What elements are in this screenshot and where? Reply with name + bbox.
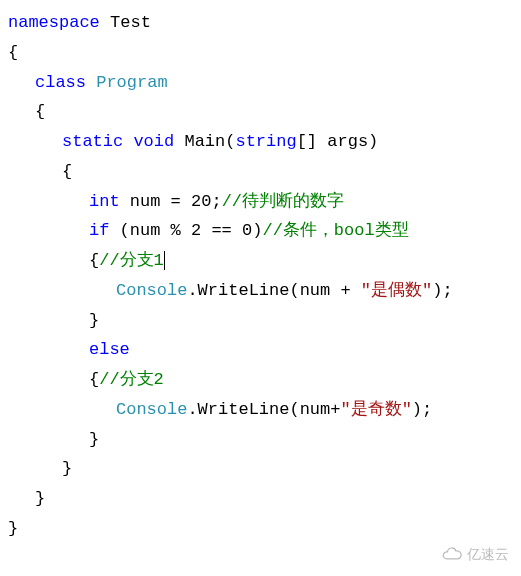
identifier: Test	[100, 13, 151, 32]
type-name: Program	[86, 73, 168, 92]
code-line: {	[8, 38, 513, 68]
text-cursor	[164, 251, 165, 270]
code-text: .WriteLine(num+	[187, 400, 340, 419]
watermark: 亿速云	[441, 542, 509, 567]
code-line: namespace Test	[8, 8, 513, 38]
cloud-icon	[441, 547, 463, 561]
comment: //待判断的数字	[222, 192, 344, 211]
code-line: }	[8, 484, 513, 514]
code-text: (num % 2 == 0)	[109, 221, 262, 240]
code-line: Console.WriteLine(num+"是奇数");	[8, 395, 513, 425]
keyword: int	[89, 192, 120, 211]
code-block: namespace Test { class Program { static …	[8, 8, 513, 544]
brace: {	[89, 370, 99, 389]
code-line: {//分支2	[8, 365, 513, 395]
type-name: Console	[116, 400, 187, 419]
string-literal: "是奇数"	[340, 400, 411, 419]
code-line: static void Main(string[] args)	[8, 127, 513, 157]
code-line: }	[8, 514, 513, 544]
keyword: class	[35, 73, 86, 92]
code-line: int num = 20;//待判断的数字	[8, 187, 513, 217]
code-text: [] args)	[297, 132, 379, 151]
keyword: if	[89, 221, 109, 240]
watermark-text: 亿速云	[467, 542, 509, 567]
code-line: else	[8, 335, 513, 365]
keyword: else	[89, 340, 130, 359]
code-line: if (num % 2 == 0)//条件，bool类型	[8, 216, 513, 246]
code-line: }	[8, 454, 513, 484]
code-line: {	[8, 157, 513, 187]
code-text: );	[412, 400, 432, 419]
keyword: void	[123, 132, 174, 151]
keyword: namespace	[8, 13, 100, 32]
code-line: }	[8, 306, 513, 336]
code-text: );	[432, 281, 452, 300]
code-line: }	[8, 425, 513, 455]
comment: //分支2	[99, 370, 164, 389]
type-name: Console	[116, 281, 187, 300]
code-text: .WriteLine(num +	[187, 281, 360, 300]
code-line: Console.WriteLine(num + "是偶数");	[8, 276, 513, 306]
comment: //分支1	[99, 251, 164, 270]
keyword: string	[235, 132, 296, 151]
comment: //条件，bool类型	[262, 221, 408, 240]
identifier: Main(	[174, 132, 235, 151]
code-line: {	[8, 97, 513, 127]
code-line: class Program	[8, 68, 513, 98]
code-text: num = 20;	[120, 192, 222, 211]
keyword: static	[62, 132, 123, 151]
string-literal: "是偶数"	[361, 281, 432, 300]
brace: {	[89, 251, 99, 270]
code-line: {//分支1	[8, 246, 513, 276]
